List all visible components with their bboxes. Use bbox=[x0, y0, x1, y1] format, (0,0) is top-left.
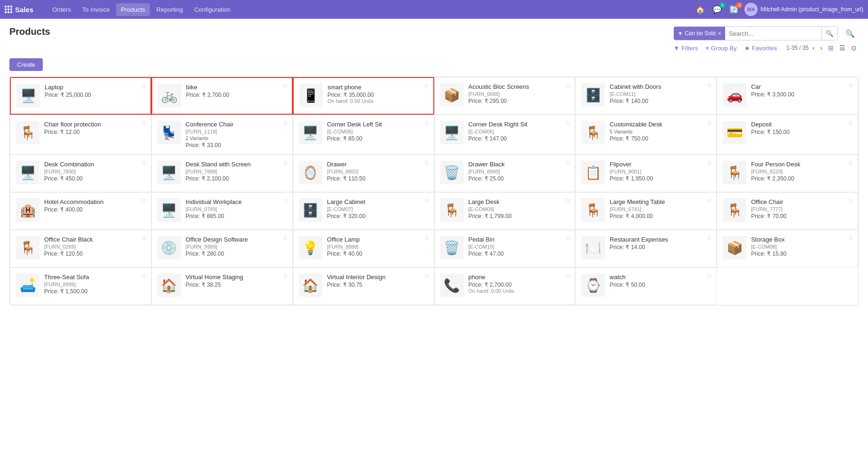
product-card[interactable]: 🪑Customizable Desk5 VariantsPrice: ₹ 750… bbox=[575, 115, 717, 155]
product-info: CarPrice: ₹ 3,500.00 bbox=[751, 83, 852, 98]
search-input[interactable] bbox=[725, 28, 821, 39]
favorite-star-btn[interactable]: ☆ bbox=[848, 196, 854, 204]
product-card[interactable]: 🪑Chair floor protectionPrice: ₹ 12.00☆ bbox=[10, 115, 151, 155]
filters-btn[interactable]: ▼ Filters bbox=[673, 45, 698, 52]
search-icon-btn[interactable]: 🔍 bbox=[842, 29, 859, 38]
favorite-star-btn[interactable]: ☆ bbox=[423, 82, 430, 89]
product-card[interactable]: 🗑️Pedal Bin[E-COM10]Price: ₹ 47.00☆ bbox=[434, 230, 576, 267]
home-icon-btn[interactable]: 🏠 bbox=[694, 3, 707, 16]
favorite-star-btn[interactable]: ☆ bbox=[848, 119, 854, 126]
favorite-star-btn[interactable]: ☆ bbox=[282, 119, 289, 126]
product-card[interactable]: 🏠Virtual Home StagingPrice: ₹ 38.25☆ bbox=[151, 267, 293, 305]
product-card[interactable]: 💿Office Design Software[FURN_9999]Price:… bbox=[151, 230, 293, 267]
groupby-btn[interactable]: ≡ Group By bbox=[705, 45, 737, 52]
product-card[interactable]: 🪑Large Desk[E-COM09]Price: ₹ 1,799.00☆ bbox=[434, 192, 576, 230]
favorite-star-btn[interactable]: ☆ bbox=[706, 119, 712, 126]
favorite-star-btn[interactable]: ☆ bbox=[424, 159, 430, 166]
product-card[interactable]: 🪑Large Meeting Table[FURN_6741]Price: ₹ … bbox=[575, 192, 717, 230]
favorites-label: Favorites bbox=[752, 45, 777, 52]
favorite-star-btn[interactable]: ☆ bbox=[282, 272, 289, 279]
product-info: Four Person Desk[FURN_8220]Price: ₹ 2,35… bbox=[751, 161, 852, 182]
product-card[interactable]: 📦Acoustic Bloc Screens[FURN_6666]Price: … bbox=[434, 77, 576, 115]
favorite-star-btn[interactable]: ☆ bbox=[565, 272, 571, 279]
favorite-star-btn[interactable]: ☆ bbox=[141, 82, 147, 89]
favorite-star-btn[interactable]: ☆ bbox=[424, 196, 430, 204]
product-ref: [FURN_6741] bbox=[610, 206, 711, 212]
activity-icon-btn[interactable]: 🔄 2 bbox=[727, 3, 741, 16]
nav-to-invoice[interactable]: To Invoice bbox=[78, 3, 115, 16]
favorites-btn[interactable]: ★ Favorites bbox=[744, 45, 777, 52]
product-card[interactable]: 🍽️Restaurant ExpensesPrice: ₹ 14.00☆ bbox=[575, 230, 717, 267]
favorite-star-btn[interactable]: ☆ bbox=[706, 81, 712, 89]
favorite-star-btn[interactable]: ☆ bbox=[706, 196, 712, 204]
product-card[interactable]: 🗄️Large Cabinet[E-COM07]Price: ₹ 320.00☆ bbox=[293, 192, 434, 230]
product-card[interactable]: 🖥️LaptopPrice: ₹ 25,000.00☆ bbox=[10, 77, 151, 115]
product-card[interactable]: 🖥️Corner Desk Left Sit[E-COM06]Price: ₹ … bbox=[293, 115, 434, 155]
list-view-btn[interactable]: ☰ bbox=[837, 43, 847, 53]
app-logo[interactable]: Sales bbox=[5, 6, 43, 14]
favorite-star-btn[interactable]: ☆ bbox=[282, 196, 289, 204]
product-card[interactable]: 🖥️Individual Workplace[FURN_0789]Price: … bbox=[151, 192, 293, 230]
search-button[interactable]: 🔍 bbox=[821, 27, 837, 40]
nav-products[interactable]: Products bbox=[116, 3, 149, 16]
favorite-star-btn[interactable]: ☆ bbox=[141, 196, 147, 204]
product-card[interactable]: 🖥️Desk Combination[FURN_7800]Price: ₹ 45… bbox=[10, 155, 151, 192]
remove-tag-btn[interactable]: × bbox=[718, 30, 721, 37]
product-card[interactable]: 📱smart phonePrice: ₹ 35,000.00On hand: 0… bbox=[293, 77, 434, 115]
product-card[interactable]: 💳DepositPrice: ₹ 150.00☆ bbox=[717, 115, 858, 155]
product-card[interactable]: 🖥️Desk Stand with Screen[FURN_7888]Price… bbox=[151, 155, 293, 192]
favorite-star-btn[interactable]: ☆ bbox=[282, 159, 289, 166]
favorite-star-btn[interactable]: ☆ bbox=[141, 234, 147, 242]
prev-page-btn[interactable]: ‹ bbox=[811, 43, 817, 53]
favorite-star-btn[interactable]: ☆ bbox=[848, 81, 854, 89]
favorite-star-btn[interactable]: ☆ bbox=[565, 196, 571, 204]
product-card[interactable]: 💺Conference Chair[FURN_1118]2 VariantsPr… bbox=[151, 115, 293, 155]
product-card[interactable]: 🛋️Three-Seat Sofa[FURN_8999]Price: ₹ 1,5… bbox=[10, 267, 151, 305]
favorite-star-btn[interactable]: ☆ bbox=[282, 234, 289, 242]
product-card[interactable]: 🚲bikePrice: ₹ 2,700.00☆ bbox=[151, 77, 293, 115]
product-card[interactable]: 🏠Virtual Interior DesignPrice: ₹ 30.75☆ bbox=[293, 267, 434, 305]
product-card[interactable]: 🪑Office Chair[FURN_7777]Price: ₹ 70.00☆ bbox=[717, 192, 858, 230]
favorite-star-btn[interactable]: ☆ bbox=[141, 159, 147, 166]
kanban-view-btn[interactable]: ⊞ bbox=[826, 43, 836, 53]
favorite-star-btn[interactable]: ☆ bbox=[565, 81, 571, 89]
product-card[interactable]: 🪑Four Person Desk[FURN_8220]Price: ₹ 2,3… bbox=[717, 155, 858, 192]
create-button[interactable]: Create bbox=[9, 58, 43, 71]
favorite-star-btn[interactable]: ☆ bbox=[424, 119, 430, 126]
product-info: phonePrice: ₹ 2,700.00On hand: 0.00 Unit… bbox=[469, 274, 570, 294]
favorite-star-btn[interactable]: ☆ bbox=[706, 272, 712, 279]
next-page-btn[interactable]: › bbox=[818, 43, 824, 53]
product-card[interactable]: 🖥️Corner Desk Right Sit[E-COM06]Price: ₹… bbox=[434, 115, 576, 155]
product-card[interactable]: 📋Flipover[FURN_9001]Price: ₹ 1,950.00☆ bbox=[575, 155, 717, 192]
product-card[interactable]: 🗄️Cabinet with Doors[E-COM11]Price: ₹ 14… bbox=[575, 77, 717, 115]
product-card[interactable]: 📞phonePrice: ₹ 2,700.00On hand: 0.00 Uni… bbox=[434, 267, 576, 305]
product-card[interactable]: 🪞Drawer[FURN_8855]Price: ₹ 110.50☆ bbox=[293, 155, 434, 192]
nav-reporting[interactable]: Reporting bbox=[152, 3, 188, 16]
product-name: Flipover bbox=[610, 161, 711, 168]
chat-icon-btn[interactable]: 💬 5 bbox=[711, 3, 724, 16]
favorite-star-btn[interactable]: ☆ bbox=[565, 234, 571, 242]
favorite-star-btn[interactable]: ☆ bbox=[706, 159, 712, 166]
product-card[interactable]: ⌚watchPrice: ₹ 50.00☆ bbox=[575, 267, 717, 305]
favorite-star-btn[interactable]: ☆ bbox=[424, 272, 430, 279]
product-card[interactable]: 🗑️Drawer Black[FURN_8900]Price: ₹ 25.00☆ bbox=[434, 155, 576, 192]
favorite-star-btn[interactable]: ☆ bbox=[141, 119, 147, 126]
favorite-star-btn[interactable]: ☆ bbox=[565, 159, 571, 166]
product-card[interactable]: 🪑Office Chair Black[FURN_0269]Price: ₹ 1… bbox=[10, 230, 151, 267]
favorite-star-btn[interactable]: ☆ bbox=[565, 119, 571, 126]
favorite-star-btn[interactable]: ☆ bbox=[706, 234, 712, 242]
product-card[interactable]: 💡Office Lamp[FURN_8888]Price: ₹ 40.00☆ bbox=[293, 230, 434, 267]
favorite-star-btn[interactable]: ☆ bbox=[848, 159, 854, 166]
favorite-star-btn[interactable]: ☆ bbox=[848, 234, 854, 242]
favorite-star-btn[interactable]: ☆ bbox=[424, 234, 430, 242]
product-card[interactable]: 🚗CarPrice: ₹ 3,500.00☆ bbox=[717, 77, 858, 115]
product-card[interactable]: 🏨Hotel AccommodationPrice: ₹ 400.00☆ bbox=[10, 192, 151, 230]
favorite-star-btn[interactable]: ☆ bbox=[282, 82, 288, 89]
nav-orders[interactable]: Orders bbox=[47, 3, 76, 16]
product-card[interactable]: 📦Storage Box[E-COM08]Price: ₹ 15.80☆ bbox=[717, 230, 858, 267]
circle-view-btn[interactable]: ⊙ bbox=[849, 43, 859, 53]
favorite-star-btn[interactable]: ☆ bbox=[141, 272, 147, 279]
nav-configuration[interactable]: Configuration bbox=[189, 3, 235, 16]
product-image: 📦 bbox=[440, 83, 464, 107]
product-name: Desk Stand with Screen bbox=[186, 161, 287, 168]
